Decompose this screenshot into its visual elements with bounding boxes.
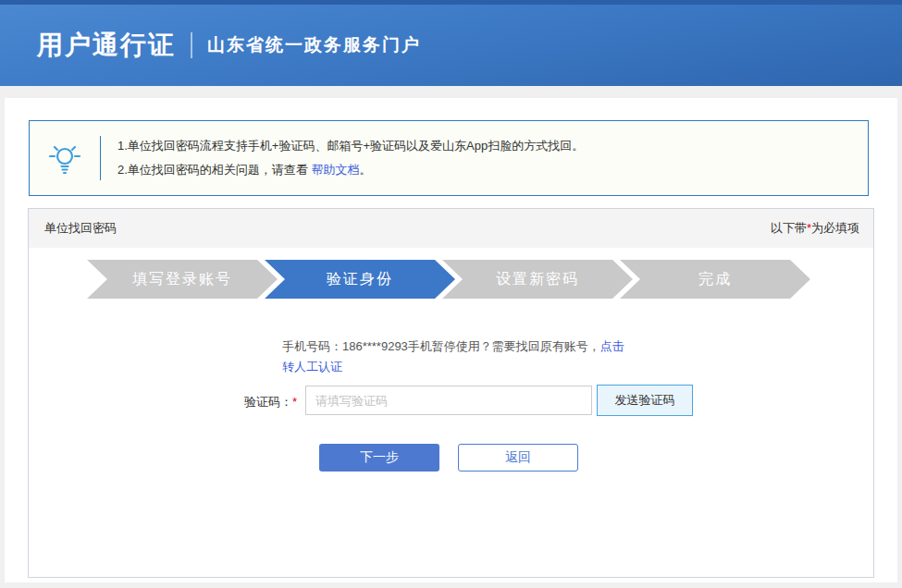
header: 用户通行证 山东省统一政务服务门户 xyxy=(0,5,902,86)
required-asterisk: * xyxy=(292,395,297,409)
card-titlebar: 单位找回密码 以下带*为必填项 xyxy=(29,209,873,248)
send-code-button[interactable]: 发送验证码 xyxy=(597,385,693,416)
code-label: 验证码：* xyxy=(158,394,297,410)
step-fill-account: 填写登录账号 xyxy=(87,260,278,299)
required-note: 以下带*为必填项 xyxy=(771,220,859,237)
password-recovery-card: 单位找回密码 以下带*为必填项 填写登录账号 验证身份 设置新密码 完成 手机号… xyxy=(28,208,874,578)
app-title: 用户通行证 xyxy=(37,28,176,63)
step-verify-identity: 验证身份 xyxy=(265,260,455,299)
lightbulb-icon xyxy=(30,140,100,177)
step-set-new-password: 设置新密码 xyxy=(442,260,633,299)
help-doc-link[interactable]: 帮助文档 xyxy=(311,163,359,177)
title-divider xyxy=(191,32,192,58)
step-wizard: 填写登录账号 验证身份 设置新密码 完成 xyxy=(87,260,810,299)
next-step-button[interactable]: 下一步 xyxy=(319,444,439,472)
notice-text: 1.单位找回密码流程支持手机+验证码、邮箱号+验证码以及爱山东App扫脸的方式找… xyxy=(101,134,584,182)
portal-subtitle: 山东省统一政务服务门户 xyxy=(207,33,421,57)
phone-info-text: 手机号码：186****9293手机暂停使用？需要找回原有账号，点击转人工认证 xyxy=(282,337,634,377)
notice-box: 1.单位找回密码流程支持手机+验证码、邮箱号+验证码以及爱山东App扫脸的方式找… xyxy=(29,120,869,196)
back-button[interactable]: 返回 xyxy=(458,444,578,472)
header-brand: 用户通行证 山东省统一政务服务门户 xyxy=(0,28,421,63)
section-title: 单位找回密码 xyxy=(44,220,117,237)
step-complete: 完成 xyxy=(620,260,810,299)
notice-line-2: 2.单位找回密码的相关问题，请查看 帮助文档。 xyxy=(117,158,584,182)
notice-line-1: 1.单位找回密码流程支持手机+验证码、邮箱号+验证码以及爱山东App扫脸的方式找… xyxy=(117,134,584,158)
verification-code-input[interactable] xyxy=(305,386,592,415)
